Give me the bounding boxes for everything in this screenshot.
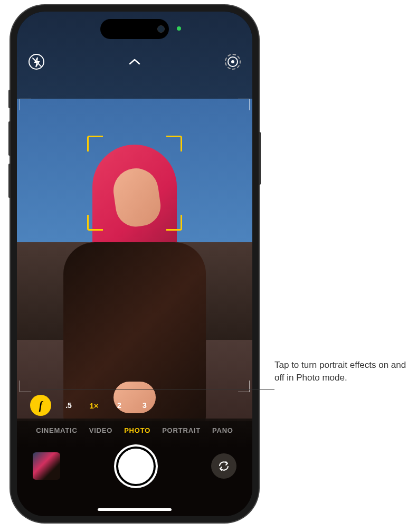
- mode-video[interactable]: VIDEO: [89, 426, 112, 434]
- phone-volume-up: [8, 121, 11, 156]
- zoom-controls: f .5 1× 2 3: [17, 392, 252, 419]
- frame-corner: [20, 99, 31, 110]
- dynamic-island: [100, 19, 169, 39]
- flip-camera-button[interactable]: [211, 453, 236, 479]
- camera-active-indicator: [177, 26, 181, 31]
- camera-controls-toggle[interactable]: [126, 53, 144, 71]
- last-photo-thumbnail[interactable]: [33, 452, 60, 480]
- mode-photo[interactable]: PHOTO: [124, 426, 150, 434]
- flip-camera-icon: [217, 459, 231, 473]
- phone-screen: f .5 1× 2 3 CINEMATIC VIDEO PHOTO PORTRA…: [17, 12, 252, 516]
- live-photo-button[interactable]: [224, 53, 242, 71]
- zoom-level-0-5x[interactable]: .5: [61, 398, 77, 413]
- mode-cinematic[interactable]: CINEMATIC: [36, 426, 77, 434]
- mode-pano[interactable]: PANO: [212, 426, 233, 434]
- phone-side-button: [8, 90, 11, 108]
- focus-indicator: [87, 136, 182, 231]
- camera-mode-selector[interactable]: CINEMATIC VIDEO PHOTO PORTRAIT PANO: [17, 419, 252, 440]
- phone-volume-down: [8, 164, 11, 198]
- front-camera: [157, 25, 165, 33]
- live-photo-icon: [225, 54, 241, 70]
- zoom-level-3x[interactable]: 3: [137, 398, 153, 413]
- iphone-frame: f .5 1× 2 3 CINEMATIC VIDEO PHOTO PORTRA…: [11, 5, 259, 522]
- callout-annotation: Tap to turn portrait effects on and off …: [274, 359, 406, 384]
- chevron-up-icon: [128, 58, 141, 65]
- shutter-button[interactable]: [116, 446, 156, 486]
- zoom-level-1x[interactable]: 1×: [86, 398, 102, 413]
- zoom-level-2x[interactable]: 2: [111, 398, 127, 413]
- frame-corner: [20, 381, 31, 392]
- flash-button[interactable]: [27, 53, 45, 71]
- phone-power-button: [259, 132, 261, 185]
- mode-portrait[interactable]: PORTRAIT: [162, 426, 201, 434]
- depth-control-button[interactable]: f: [30, 395, 51, 416]
- flash-off-icon: [29, 54, 44, 70]
- frame-corner: [238, 381, 250, 392]
- depth-f-icon: f: [39, 400, 43, 412]
- camera-bottom-controls: CINEMATIC VIDEO PHOTO PORTRAIT PANO: [17, 419, 252, 516]
- capture-controls: [17, 440, 252, 492]
- frame-corner: [238, 99, 250, 110]
- camera-viewfinder[interactable]: f .5 1× 2 3: [17, 96, 252, 421]
- home-indicator[interactable]: [98, 508, 172, 511]
- callout-leader-line: [40, 390, 274, 390]
